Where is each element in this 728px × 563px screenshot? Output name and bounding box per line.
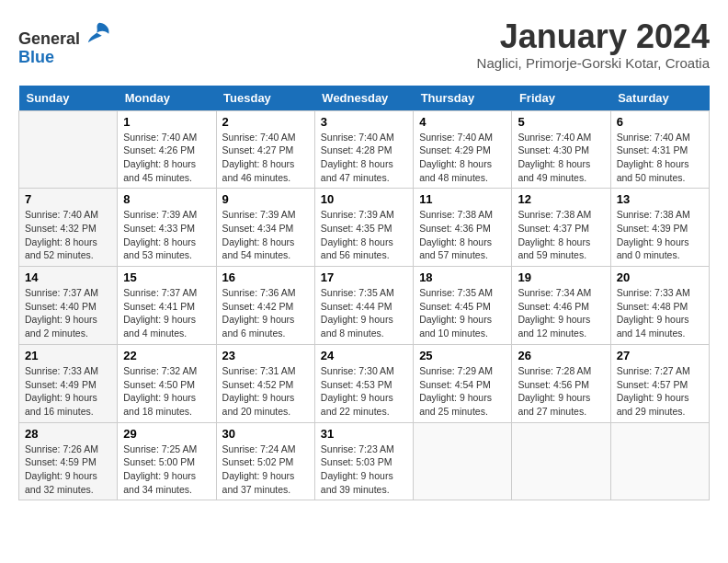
calendar-day-cell [19,110,118,189]
calendar-day-cell: 20Sunrise: 7:33 AM Sunset: 4:48 PM Dayli… [610,267,709,345]
day-number: 18 [419,270,506,284]
calendar-day-cell: 11Sunrise: 7:38 AM Sunset: 4:36 PM Dayli… [414,189,512,267]
calendar-day-cell: 18Sunrise: 7:35 AM Sunset: 4:45 PM Dayli… [414,267,512,345]
calendar-day-cell [610,422,709,500]
day-info: Sunrise: 7:40 AM Sunset: 4:32 PM Dayligh… [25,208,111,262]
calendar-day-cell: 29Sunrise: 7:25 AM Sunset: 5:00 PM Dayli… [118,422,216,500]
calendar-day-header: Saturday [610,86,709,111]
calendar-day-cell: 30Sunrise: 7:24 AM Sunset: 5:02 PM Dayli… [216,422,314,500]
calendar-day-cell: 15Sunrise: 7:37 AM Sunset: 4:41 PM Dayli… [118,267,216,345]
calendar-day-header: Monday [118,86,216,111]
calendar-day-cell: 9Sunrise: 7:39 AM Sunset: 4:34 PM Daylig… [216,189,314,267]
calendar-day-cell: 16Sunrise: 7:36 AM Sunset: 4:42 PM Dayli… [216,267,314,345]
day-number: 28 [25,427,111,441]
day-number: 29 [123,427,210,441]
day-number: 21 [25,349,111,362]
day-info: Sunrise: 7:28 AM Sunset: 4:56 PM Dayligh… [518,364,604,419]
calendar-header-row: SundayMondayTuesdayWednesdayThursdayFrid… [19,86,710,111]
day-info: Sunrise: 7:40 AM Sunset: 4:31 PM Dayligh… [617,131,703,185]
calendar-day-cell: 7Sunrise: 7:40 AM Sunset: 4:32 PM Daylig… [19,189,118,267]
page-subtitle: Naglici, Primorje-Gorski Kotar, Croatia [477,55,710,71]
calendar-day-cell: 17Sunrise: 7:35 AM Sunset: 4:44 PM Dayli… [314,267,413,345]
day-info: Sunrise: 7:40 AM Sunset: 4:26 PM Dayligh… [123,131,210,185]
calendar-day-header: Thursday [414,86,512,111]
day-info: Sunrise: 7:39 AM Sunset: 4:33 PM Dayligh… [123,208,210,262]
day-number: 25 [419,349,506,362]
day-number: 9 [222,192,309,206]
calendar-week-row: 21Sunrise: 7:33 AM Sunset: 4:49 PM Dayli… [19,344,710,422]
calendar-day-cell: 6Sunrise: 7:40 AM Sunset: 4:31 PM Daylig… [610,110,709,189]
day-number: 8 [123,192,210,206]
day-number: 17 [321,270,407,284]
calendar-day-cell: 26Sunrise: 7:28 AM Sunset: 4:56 PM Dayli… [512,344,610,422]
day-info: Sunrise: 7:32 AM Sunset: 4:50 PM Dayligh… [123,364,210,419]
calendar-day-cell: 4Sunrise: 7:40 AM Sunset: 4:29 PM Daylig… [414,110,512,189]
calendar-day-cell: 22Sunrise: 7:32 AM Sunset: 4:50 PM Dayli… [118,344,216,422]
calendar-day-cell: 10Sunrise: 7:39 AM Sunset: 4:35 PM Dayli… [314,189,413,267]
day-number: 26 [518,349,604,362]
calendar-table: SundayMondayTuesdayWednesdayThursdayFrid… [18,86,710,501]
calendar-day-cell: 21Sunrise: 7:33 AM Sunset: 4:49 PM Dayli… [19,344,118,422]
day-number: 2 [222,115,309,129]
day-number: 24 [321,349,407,362]
page-title: January 2024 [477,18,710,55]
day-number: 22 [123,349,210,362]
day-info: Sunrise: 7:35 AM Sunset: 4:44 PM Dayligh… [321,286,407,340]
day-number: 31 [321,427,407,441]
calendar-day-cell: 8Sunrise: 7:39 AM Sunset: 4:33 PM Daylig… [118,189,216,267]
day-info: Sunrise: 7:34 AM Sunset: 4:46 PM Dayligh… [518,286,604,340]
day-number: 15 [123,270,210,284]
day-number: 13 [617,192,703,206]
day-info: Sunrise: 7:35 AM Sunset: 4:45 PM Dayligh… [419,286,506,340]
day-info: Sunrise: 7:31 AM Sunset: 4:52 PM Dayligh… [222,364,309,419]
logo: General Blue [18,18,112,67]
calendar-week-row: 1Sunrise: 7:40 AM Sunset: 4:26 PM Daylig… [19,110,710,189]
calendar-week-row: 7Sunrise: 7:40 AM Sunset: 4:32 PM Daylig… [19,189,710,267]
calendar-day-cell: 5Sunrise: 7:40 AM Sunset: 4:30 PM Daylig… [512,110,610,189]
day-info: Sunrise: 7:29 AM Sunset: 4:54 PM Dayligh… [419,364,506,419]
calendar-day-cell: 12Sunrise: 7:38 AM Sunset: 4:37 PM Dayli… [512,189,610,267]
calendar-day-cell: 24Sunrise: 7:30 AM Sunset: 4:53 PM Dayli… [314,344,413,422]
day-info: Sunrise: 7:39 AM Sunset: 4:35 PM Dayligh… [321,208,407,262]
day-info: Sunrise: 7:26 AM Sunset: 4:59 PM Dayligh… [25,442,111,497]
page-header: General Blue January 2024 Naglici, Primo… [18,18,710,71]
day-info: Sunrise: 7:36 AM Sunset: 4:42 PM Dayligh… [222,286,309,340]
calendar-day-cell: 2Sunrise: 7:40 AM Sunset: 4:27 PM Daylig… [216,110,314,189]
calendar-day-cell: 28Sunrise: 7:26 AM Sunset: 4:59 PM Dayli… [19,422,118,500]
day-info: Sunrise: 7:25 AM Sunset: 5:00 PM Dayligh… [123,442,210,497]
calendar-day-cell: 13Sunrise: 7:38 AM Sunset: 4:39 PM Dayli… [610,189,709,267]
calendar-week-row: 14Sunrise: 7:37 AM Sunset: 4:40 PM Dayli… [19,267,710,345]
day-info: Sunrise: 7:37 AM Sunset: 4:41 PM Dayligh… [123,286,210,340]
day-info: Sunrise: 7:33 AM Sunset: 4:49 PM Dayligh… [25,364,111,419]
day-number: 3 [321,115,407,129]
calendar-day-header: Tuesday [216,86,314,111]
day-number: 19 [518,270,604,284]
logo-blue: Blue [18,48,54,66]
calendar-body: 1Sunrise: 7:40 AM Sunset: 4:26 PM Daylig… [19,110,710,500]
day-number: 27 [617,349,703,362]
day-info: Sunrise: 7:40 AM Sunset: 4:28 PM Dayligh… [321,131,407,185]
day-info: Sunrise: 7:38 AM Sunset: 4:37 PM Dayligh… [518,208,604,262]
day-info: Sunrise: 7:38 AM Sunset: 4:39 PM Dayligh… [617,208,703,262]
calendar-day-cell: 27Sunrise: 7:27 AM Sunset: 4:57 PM Dayli… [610,344,709,422]
day-number: 30 [222,427,309,441]
day-number: 23 [222,349,309,362]
day-info: Sunrise: 7:40 AM Sunset: 4:30 PM Dayligh… [518,131,604,185]
day-number: 20 [617,270,703,284]
calendar-day-cell: 25Sunrise: 7:29 AM Sunset: 4:54 PM Dayli… [414,344,512,422]
logo-bird-icon [86,18,112,44]
day-number: 14 [25,270,111,284]
calendar-day-header: Sunday [19,86,118,111]
calendar-day-cell: 1Sunrise: 7:40 AM Sunset: 4:26 PM Daylig… [118,110,216,189]
day-info: Sunrise: 7:23 AM Sunset: 5:03 PM Dayligh… [321,442,407,497]
day-info: Sunrise: 7:33 AM Sunset: 4:48 PM Dayligh… [617,286,703,340]
calendar-day-header: Wednesday [314,86,413,111]
day-number: 1 [123,115,210,129]
day-number: 10 [321,192,407,206]
calendar-week-row: 28Sunrise: 7:26 AM Sunset: 4:59 PM Dayli… [19,422,710,500]
day-info: Sunrise: 7:40 AM Sunset: 4:27 PM Dayligh… [222,131,309,185]
day-number: 7 [25,192,111,206]
day-info: Sunrise: 7:24 AM Sunset: 5:02 PM Dayligh… [222,442,309,497]
calendar-day-cell: 23Sunrise: 7:31 AM Sunset: 4:52 PM Dayli… [216,344,314,422]
calendar-day-cell [414,422,512,500]
